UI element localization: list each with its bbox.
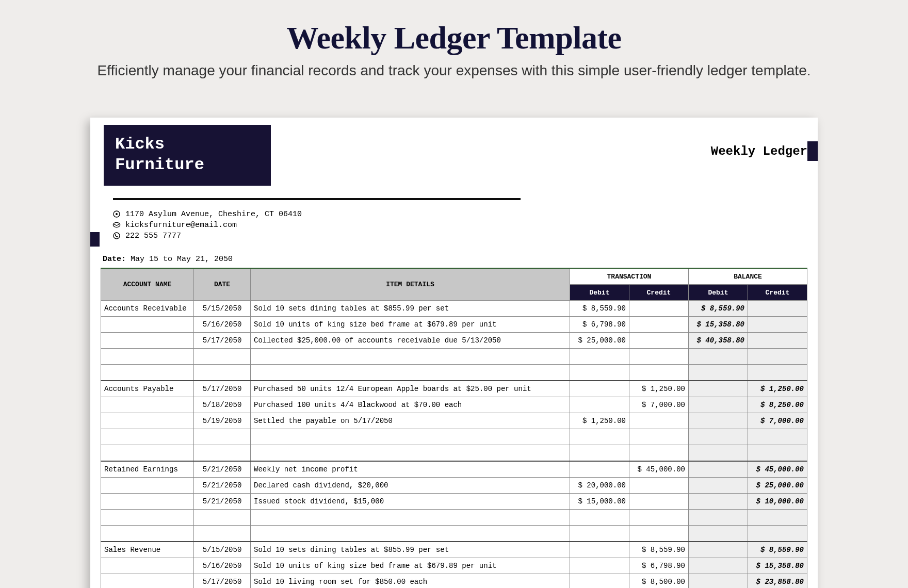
cell-bal-debit: $ 15,358.80 [688, 317, 748, 333]
cell-blank [688, 510, 748, 526]
cell-blank [748, 349, 807, 365]
cell-bal-credit [748, 301, 807, 317]
cell-blank [194, 445, 251, 462]
table-row: Accounts Receivable5/15/2050Sold 10 sets… [101, 301, 807, 317]
col-bal-credit: Credit [748, 285, 807, 301]
page-subtitle: Efficiently manage your financial record… [0, 62, 908, 79]
cell-bal-credit [748, 317, 807, 333]
cell-trans-credit [629, 333, 688, 349]
cell-blank [748, 526, 807, 542]
table-row: 5/21/2050Issued stock dividend, $15,000$… [101, 494, 807, 510]
cell-trans-debit: $ 20,000.00 [570, 478, 629, 494]
address: 1170 Asylum Avenue, Cheshire, CT 06410 [125, 210, 302, 219]
col-transaction: TRANSACTION [570, 268, 688, 285]
cell-date: 5/15/2050 [194, 301, 251, 317]
col-trans-credit: Credit [629, 285, 688, 301]
cell-blank [251, 510, 570, 526]
cell-bal-credit: $ 7,000.00 [748, 413, 807, 429]
document-title: Weekly Ledger [711, 144, 807, 158]
table-row: Accounts Payable5/17/2050Purchased 50 un… [101, 381, 807, 397]
table-row: 5/18/2050Purchased 100 units 4/4 Blackwo… [101, 397, 807, 413]
cell-date: 5/18/2050 [194, 397, 251, 413]
cell-bal-debit [688, 542, 748, 558]
cell-blank [570, 526, 629, 542]
brand-line: Furniture [115, 155, 249, 175]
cell-date: 5/17/2050 [194, 381, 251, 397]
cell-blank [194, 510, 251, 526]
cell-account [101, 397, 194, 413]
cell-account [101, 333, 194, 349]
cell-blank [570, 445, 629, 462]
cell-bal-credit: $ 23,858.80 [748, 574, 807, 589]
svg-point-1 [116, 213, 118, 215]
cell-blank [748, 429, 807, 445]
contact-block: 1170 Asylum Avenue, Cheshire, CT 06410 k… [101, 209, 807, 240]
cell-trans-credit [629, 494, 688, 510]
cell-trans-debit [570, 558, 629, 574]
cell-details: Purchased 100 units 4/4 Blackwood at $70… [251, 397, 570, 413]
cell-bal-debit: $ 8,559.90 [688, 301, 748, 317]
page-title: Weekly Ledger Template [0, 20, 908, 56]
cell-trans-credit [629, 413, 688, 429]
cell-bal-credit: $ 25,000.00 [748, 478, 807, 494]
cell-blank [251, 526, 570, 542]
cell-bal-debit: $ 40,358.80 [688, 333, 748, 349]
cell-date: 5/21/2050 [194, 461, 251, 478]
cell-date: 5/16/2050 [194, 558, 251, 574]
document-page: Kicks Furniture Weekly Ledger 1170 Asylu… [90, 118, 818, 588]
cell-details: Settled the payable on 5/17/2050 [251, 413, 570, 429]
cell-details: Sold 10 units of king size bed frame at … [251, 317, 570, 333]
cell-blank [570, 349, 629, 365]
cell-details: Sold 10 sets dining tables at $855.99 pe… [251, 542, 570, 558]
cell-date: 5/16/2050 [194, 317, 251, 333]
col-trans-debit: Debit [570, 285, 629, 301]
cell-account: Sales Revenue [101, 542, 194, 558]
cell-blank [251, 365, 570, 381]
cell-blank [688, 429, 748, 445]
cell-trans-debit [570, 397, 629, 413]
cell-blank [101, 526, 194, 542]
cell-blank [570, 429, 629, 445]
cell-bal-debit [688, 558, 748, 574]
table-row: Sales Revenue5/15/2050Sold 10 sets dinin… [101, 542, 807, 558]
cell-details: Weekly net income profit [251, 461, 570, 478]
cell-blank [101, 445, 194, 462]
cell-bal-credit: $ 8,250.00 [748, 397, 807, 413]
divider [113, 198, 521, 200]
cell-blank [194, 526, 251, 542]
table-row: 5/21/2050Declared cash dividend, $20,000… [101, 478, 807, 494]
cell-bal-debit [688, 397, 748, 413]
cell-date: 5/15/2050 [194, 542, 251, 558]
cell-bal-debit [688, 478, 748, 494]
table-row-blank [101, 526, 807, 542]
cell-blank [688, 349, 748, 365]
table-row: 5/16/2050Sold 10 units of king size bed … [101, 558, 807, 574]
cell-trans-debit: $ 15,000.00 [570, 494, 629, 510]
cell-account: Retained Earnings [101, 461, 194, 478]
ledger-table: ACCOUNT NAME DATE ITEM DETAILS TRANSACTI… [101, 268, 807, 588]
cell-blank [194, 429, 251, 445]
cell-blank [629, 445, 688, 462]
table-row: 5/16/2050Sold 10 units of king size bed … [101, 317, 807, 333]
table-row-blank [101, 349, 807, 365]
date-range: Date: May 15 to May 21, 2050 [103, 255, 807, 264]
cell-account [101, 558, 194, 574]
cell-blank [194, 365, 251, 381]
cell-blank [251, 445, 570, 462]
email-icon [112, 220, 121, 230]
cell-account [101, 494, 194, 510]
cell-bal-credit [748, 333, 807, 349]
cell-blank [629, 526, 688, 542]
cell-blank [688, 445, 748, 462]
cell-trans-credit [629, 317, 688, 333]
brand-line: Kicks [115, 134, 249, 155]
cell-blank [629, 429, 688, 445]
table-row-blank [101, 365, 807, 381]
cell-account [101, 413, 194, 429]
cell-bal-debit [688, 574, 748, 589]
table-row-blank [101, 429, 807, 445]
cell-trans-debit: $ 1,250.00 [570, 413, 629, 429]
cell-account: Accounts Receivable [101, 301, 194, 317]
cell-blank [101, 349, 194, 365]
col-account: ACCOUNT NAME [101, 268, 194, 301]
